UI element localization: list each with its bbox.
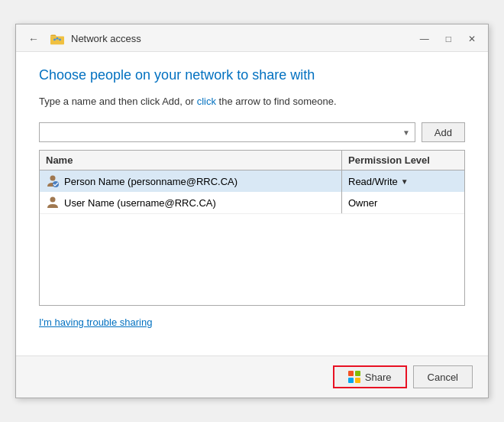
row1-name: Person Name (personname@RRC.CA) (64, 176, 237, 187)
row1-permission-cell: Read/Write ▼ (342, 173, 464, 190)
permission-dropdown-arrow-icon: ▼ (401, 177, 409, 186)
name-input-dropdown[interactable]: ▼ (39, 122, 415, 142)
dropdown-chevron-icon: ▼ (402, 128, 410, 137)
folder-icon (50, 31, 65, 47)
share-icon (348, 371, 360, 383)
row2-name: User Name (username@RRC.CA) (64, 197, 216, 209)
table-header: Name Permission Level (40, 151, 464, 170)
name-input-field[interactable] (44, 127, 402, 138)
window-title: Network access (71, 33, 141, 44)
main-content: Choose people on your network to share w… (16, 52, 488, 355)
row1-permission: Read/Write (348, 176, 398, 187)
instruction-after: the arrow to find someone. (216, 96, 337, 107)
svg-rect-13 (355, 378, 360, 383)
row2-permission-cell: Owner (342, 194, 464, 212)
svg-point-9 (50, 197, 56, 203)
svg-point-7 (50, 176, 56, 181)
user-icon (46, 196, 60, 209)
back-button[interactable]: ← (24, 31, 44, 47)
title-bar-controls: — □ ✕ (415, 33, 480, 45)
permission-dropdown[interactable]: Read/Write ▼ (348, 176, 409, 187)
svg-rect-10 (348, 371, 354, 376)
add-button[interactable]: Add (422, 122, 465, 142)
svg-rect-11 (355, 371, 360, 376)
instruction-before: Type a name and then click Add, or (39, 96, 197, 107)
col-header-permission: Permission Level (342, 151, 464, 170)
row2-name-cell: User Name (username@RRC.CA) (40, 192, 342, 213)
instruction-text: Type a name and then click Add, or click… (39, 96, 465, 107)
table-row[interactable]: User Name (username@RRC.CA) Owner (40, 192, 464, 213)
footer: Share Cancel (16, 355, 488, 398)
permissions-table: Name Permission Level Person Name (perso… (39, 150, 465, 306)
page-heading: Choose people on your network to share w… (39, 67, 465, 83)
network-access-window: ← Network access — (15, 24, 489, 398)
add-row: ▼ Add (39, 122, 465, 142)
title-bar: ← Network access — (16, 24, 488, 52)
table-spacer (40, 213, 464, 305)
share-button-label: Share (365, 372, 392, 383)
trouble-sharing-link[interactable]: I'm having trouble sharing (39, 316, 152, 328)
row2-permission: Owner (348, 197, 377, 209)
table-row[interactable]: Person Name (personname@RRC.CA) Read/Wri… (40, 170, 464, 192)
row1-name-cell: Person Name (personname@RRC.CA) (40, 170, 342, 192)
cancel-button[interactable]: Cancel (413, 365, 473, 388)
maximize-button[interactable]: □ (441, 33, 456, 45)
instruction-click-link[interactable]: click (197, 96, 216, 107)
minimize-button[interactable]: — (415, 33, 434, 45)
share-button[interactable]: Share (333, 365, 407, 388)
title-bar-left: ← Network access (24, 31, 141, 47)
col-header-name: Name (40, 151, 342, 170)
svg-rect-12 (348, 378, 354, 383)
close-button[interactable]: ✕ (464, 33, 480, 45)
user-icon (46, 174, 60, 188)
